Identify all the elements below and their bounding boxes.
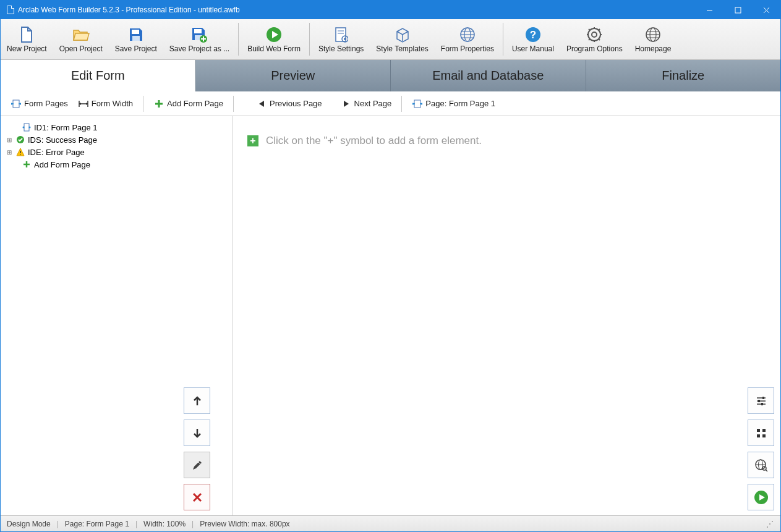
main-tabs: Edit Form Preview Email and Database Fin… — [1, 60, 780, 91]
button-label: Style Templates — [376, 44, 429, 53]
page-icon — [22, 122, 32, 132]
svg-point-42 — [20, 103, 22, 104]
tree-action-buttons — [184, 387, 210, 510]
svg-rect-77 — [762, 434, 766, 437]
style-settings-button[interactable]: Style Settings — [312, 19, 370, 59]
main-toolbar: New Project Open Project Save Project Sa… — [1, 19, 780, 60]
sub-separator — [143, 96, 143, 112]
save-as-icon — [190, 26, 208, 43]
svg-line-82 — [766, 470, 767, 471]
run-button[interactable] — [748, 484, 774, 510]
form-pages-button[interactable]: Form Pages — [6, 96, 73, 112]
current-page-indicator[interactable]: Page: Form Page 1 — [407, 96, 500, 112]
page-tree: ID1: Form Page 1 ⊞ IDS: Success Page ⊞ I… — [1, 116, 233, 515]
save-project-button[interactable]: Save Project — [109, 19, 163, 59]
warning-icon — [15, 147, 25, 157]
move-up-button[interactable] — [184, 387, 210, 414]
svg-point-26 — [592, 32, 597, 37]
close-button[interactable] — [752, 1, 780, 19]
tab-label: Finalize — [662, 69, 704, 83]
status-mode: Design Mode — [7, 520, 51, 528]
program-options-button[interactable]: Program Options — [560, 19, 629, 59]
svg-rect-75 — [762, 429, 766, 432]
tab-preview[interactable]: Preview — [196, 60, 391, 91]
new-project-button[interactable]: New Project — [1, 19, 53, 59]
open-project-button[interactable]: Open Project — [53, 19, 109, 59]
toolbar-separator — [238, 23, 239, 56]
triangle-left-icon — [256, 98, 267, 109]
svg-rect-1 — [735, 7, 741, 13]
triangle-right-icon — [341, 98, 352, 109]
minimize-button[interactable] — [695, 1, 723, 19]
form-width-icon — [78, 98, 89, 109]
status-bar: Design Mode | Page: Form Page 1 | Width:… — [1, 515, 780, 531]
tree-item-add-form-page[interactable]: Add Form Page — [6, 158, 233, 171]
svg-rect-76 — [757, 434, 760, 437]
build-web-form-button[interactable]: Build Web Form — [241, 19, 307, 59]
button-label: Next Page — [354, 99, 392, 108]
svg-point-54 — [421, 103, 423, 104]
homepage-button[interactable]: Homepage — [629, 19, 678, 59]
toolbar-separator — [309, 23, 310, 56]
button-label: Homepage — [635, 44, 672, 53]
move-down-button[interactable] — [184, 420, 210, 446]
homepage-icon — [644, 26, 662, 43]
status-page: Page: Form Page 1 — [65, 520, 129, 528]
style-templates-button[interactable]: Style Templates — [370, 19, 435, 59]
page-icon — [412, 98, 423, 109]
button-label: Style Settings — [318, 44, 364, 53]
tab-label: Email and Database — [432, 69, 544, 83]
sub-separator — [401, 96, 402, 112]
svg-point-56 — [23, 127, 25, 129]
add-element-button[interactable]: + — [247, 135, 258, 146]
svg-point-53 — [412, 103, 414, 104]
style-settings-icon — [333, 26, 350, 43]
button-label: New Project — [7, 44, 47, 53]
window-title: Arclab Web Form Builder 5.2.3 - Professi… — [18, 6, 695, 14]
form-pages-icon — [11, 98, 22, 109]
globe-search-button[interactable] — [748, 452, 774, 478]
svg-text:?: ? — [530, 29, 536, 41]
button-label: Previous Page — [270, 99, 322, 108]
new-file-icon — [18, 26, 35, 43]
svg-line-33 — [589, 39, 590, 40]
settings-sliders-button[interactable] — [748, 387, 774, 414]
canvas-action-buttons — [748, 387, 774, 510]
svg-marker-50 — [259, 101, 264, 107]
expand-icon[interactable]: ⊞ — [6, 137, 13, 143]
tree-item-success-page[interactable]: ⊞ IDS: Success Page — [6, 133, 233, 146]
body-area: ID1: Form Page 1 ⊞ IDS: Success Page ⊞ I… — [1, 116, 780, 515]
form-width-button[interactable]: Form Width — [73, 96, 138, 112]
delete-button[interactable] — [184, 484, 210, 510]
status-separator: | — [57, 520, 59, 528]
tab-edit-form[interactable]: Edit Form — [1, 60, 196, 91]
user-manual-button[interactable]: ? User Manual — [506, 19, 560, 59]
previous-page-button[interactable]: Previous Page — [251, 96, 327, 112]
svg-rect-55 — [24, 124, 29, 131]
next-page-button[interactable]: Next Page — [336, 96, 397, 112]
page-label: Page: Form Page 1 — [425, 99, 495, 108]
maximize-button[interactable] — [723, 1, 752, 19]
tree-item-label: ID1: Form Page 1 — [34, 123, 98, 132]
expand-icon[interactable]: ⊞ — [6, 149, 13, 156]
gear-icon — [586, 26, 603, 43]
tree-item-error-page[interactable]: ⊞ IDE: Error Page — [6, 146, 233, 158]
svg-rect-5 — [132, 36, 140, 41]
application-window: Arclab Web Form Builder 5.2.3 - Professi… — [0, 0, 781, 532]
grid-view-button[interactable] — [748, 420, 774, 446]
save-project-as-button[interactable]: Save Project as ... — [163, 19, 236, 59]
resize-grip-icon[interactable]: ⋰ — [766, 520, 774, 528]
button-label: Form Width — [92, 99, 133, 108]
toolbar-separator — [503, 23, 503, 56]
tab-email-database[interactable]: Email and Database — [391, 60, 586, 91]
svg-marker-51 — [344, 101, 349, 107]
form-properties-button[interactable]: Form Properties — [435, 19, 500, 59]
tab-finalize[interactable]: Finalize — [586, 60, 781, 91]
save-icon — [127, 26, 145, 43]
status-separator: | — [192, 520, 194, 528]
templates-icon — [394, 26, 411, 43]
edit-button[interactable] — [184, 452, 210, 478]
form-canvas: + Click on the "+" symbol to add a form … — [233, 116, 780, 515]
tree-item-form-page-1[interactable]: ID1: Form Page 1 — [6, 121, 233, 133]
add-form-page-button[interactable]: Add Form Page — [148, 96, 228, 112]
